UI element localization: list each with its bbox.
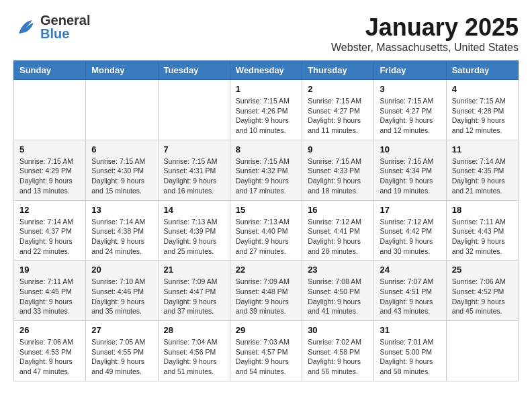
day-number: 6 (91, 144, 152, 154)
day-info: Sunrise: 7:15 AM Sunset: 4:29 PM Dayligh… (19, 156, 80, 196)
calendar-cell (14, 80, 86, 140)
day-info: Sunrise: 7:13 AM Sunset: 4:39 PM Dayligh… (164, 217, 224, 257)
day-info: Sunrise: 7:12 AM Sunset: 4:42 PM Dayligh… (380, 217, 440, 257)
calendar-cell: 9Sunrise: 7:15 AM Sunset: 4:33 PM Daylig… (302, 140, 374, 200)
calendar-cell: 11Sunrise: 7:14 AM Sunset: 4:35 PM Dayli… (446, 140, 518, 200)
title-block: January 2025 Webster, Massachusetts, Uni… (331, 13, 519, 54)
day-number: 10 (380, 144, 440, 154)
day-number: 15 (236, 205, 296, 215)
calendar-cell: 23Sunrise: 7:08 AM Sunset: 4:50 PM Dayli… (302, 261, 374, 321)
calendar-week-4: 19Sunrise: 7:11 AM Sunset: 4:45 PM Dayli… (14, 261, 519, 321)
weekday-header-wednesday: Wednesday (230, 61, 302, 80)
day-info: Sunrise: 7:12 AM Sunset: 4:41 PM Dayligh… (308, 217, 368, 257)
day-info: Sunrise: 7:11 AM Sunset: 4:43 PM Dayligh… (452, 217, 513, 257)
day-info: Sunrise: 7:15 AM Sunset: 4:33 PM Dayligh… (308, 156, 368, 196)
day-number: 22 (236, 265, 296, 275)
calendar-cell (158, 80, 230, 140)
day-number: 11 (452, 144, 513, 154)
logo-icon (13, 15, 38, 39)
day-info: Sunrise: 7:06 AM Sunset: 4:53 PM Dayligh… (19, 337, 80, 377)
day-number: 12 (19, 205, 80, 215)
day-number: 2 (308, 84, 368, 94)
day-info: Sunrise: 7:15 AM Sunset: 4:27 PM Dayligh… (308, 96, 368, 136)
day-info: Sunrise: 7:15 AM Sunset: 4:32 PM Dayligh… (236, 156, 296, 196)
day-number: 20 (91, 265, 152, 275)
logo: General Blue (13, 13, 90, 40)
calendar-cell: 16Sunrise: 7:12 AM Sunset: 4:41 PM Dayli… (302, 200, 374, 261)
calendar-week-1: 1Sunrise: 7:15 AM Sunset: 4:26 PM Daylig… (14, 80, 519, 140)
calendar-cell: 20Sunrise: 7:10 AM Sunset: 4:46 PM Dayli… (86, 261, 158, 321)
calendar-cell: 1Sunrise: 7:15 AM Sunset: 4:26 PM Daylig… (230, 80, 302, 140)
day-info: Sunrise: 7:05 AM Sunset: 4:55 PM Dayligh… (91, 337, 152, 377)
calendar-cell: 3Sunrise: 7:15 AM Sunset: 4:27 PM Daylig… (374, 80, 446, 140)
calendar-table: SundayMondayTuesdayWednesdayThursdayFrid… (13, 60, 519, 381)
logo-blue: Blue (40, 27, 90, 40)
calendar-header: SundayMondayTuesdayWednesdayThursdayFrid… (14, 61, 519, 80)
day-number: 7 (164, 144, 224, 154)
calendar-cell: 29Sunrise: 7:03 AM Sunset: 4:57 PM Dayli… (230, 321, 302, 381)
day-number: 14 (164, 205, 224, 215)
page-header: General Blue January 2025 Webster, Massa… (13, 13, 519, 54)
day-number: 30 (308, 325, 368, 335)
day-info: Sunrise: 7:15 AM Sunset: 4:26 PM Dayligh… (236, 96, 296, 136)
calendar-cell: 7Sunrise: 7:15 AM Sunset: 4:31 PM Daylig… (158, 140, 230, 200)
calendar-cell: 15Sunrise: 7:13 AM Sunset: 4:40 PM Dayli… (230, 200, 302, 261)
day-number: 29 (236, 325, 296, 335)
day-number: 16 (308, 205, 368, 215)
calendar-cell: 14Sunrise: 7:13 AM Sunset: 4:39 PM Dayli… (158, 200, 230, 261)
logo-text: General Blue (40, 13, 90, 40)
logo-general: General (40, 13, 90, 27)
day-info: Sunrise: 7:14 AM Sunset: 4:35 PM Dayligh… (452, 156, 513, 196)
day-number: 24 (380, 265, 440, 275)
weekday-header-row: SundayMondayTuesdayWednesdayThursdayFrid… (14, 61, 519, 80)
day-info: Sunrise: 7:06 AM Sunset: 4:52 PM Dayligh… (452, 277, 513, 316)
day-number: 13 (91, 205, 152, 215)
weekday-header-friday: Friday (374, 61, 446, 80)
calendar-cell: 27Sunrise: 7:05 AM Sunset: 4:55 PM Dayli… (86, 321, 158, 381)
day-info: Sunrise: 7:09 AM Sunset: 4:47 PM Dayligh… (164, 277, 224, 316)
weekday-header-tuesday: Tuesday (158, 61, 230, 80)
day-info: Sunrise: 7:15 AM Sunset: 4:34 PM Dayligh… (380, 156, 440, 196)
calendar-cell: 31Sunrise: 7:01 AM Sunset: 5:00 PM Dayli… (374, 321, 446, 381)
calendar-cell: 2Sunrise: 7:15 AM Sunset: 4:27 PM Daylig… (302, 80, 374, 140)
day-number: 3 (380, 84, 440, 94)
calendar-cell: 17Sunrise: 7:12 AM Sunset: 4:42 PM Dayli… (374, 200, 446, 261)
calendar-cell: 4Sunrise: 7:15 AM Sunset: 4:28 PM Daylig… (446, 80, 518, 140)
weekday-header-sunday: Sunday (14, 61, 86, 80)
day-number: 23 (308, 265, 368, 275)
day-info: Sunrise: 7:15 AM Sunset: 4:27 PM Dayligh… (380, 96, 440, 136)
day-number: 5 (19, 144, 80, 154)
weekday-header-thursday: Thursday (302, 61, 374, 80)
weekday-header-saturday: Saturday (446, 61, 518, 80)
day-number: 8 (236, 144, 296, 154)
day-info: Sunrise: 7:15 AM Sunset: 4:28 PM Dayligh… (452, 96, 513, 136)
calendar-cell: 30Sunrise: 7:02 AM Sunset: 4:58 PM Dayli… (302, 321, 374, 381)
day-info: Sunrise: 7:09 AM Sunset: 4:48 PM Dayligh… (236, 277, 296, 316)
day-info: Sunrise: 7:11 AM Sunset: 4:45 PM Dayligh… (19, 277, 80, 316)
day-number: 31 (380, 325, 440, 335)
calendar-week-3: 12Sunrise: 7:14 AM Sunset: 4:37 PM Dayli… (14, 200, 519, 261)
day-info: Sunrise: 7:13 AM Sunset: 4:40 PM Dayligh… (236, 217, 296, 257)
calendar-cell: 28Sunrise: 7:04 AM Sunset: 4:56 PM Dayli… (158, 321, 230, 381)
day-number: 9 (308, 144, 368, 154)
day-number: 4 (452, 84, 513, 94)
calendar-cell: 21Sunrise: 7:09 AM Sunset: 4:47 PM Dayli… (158, 261, 230, 321)
day-number: 28 (164, 325, 224, 335)
day-number: 17 (380, 205, 440, 215)
calendar-cell: 8Sunrise: 7:15 AM Sunset: 4:32 PM Daylig… (230, 140, 302, 200)
day-number: 1 (236, 84, 296, 94)
calendar-cell: 22Sunrise: 7:09 AM Sunset: 4:48 PM Dayli… (230, 261, 302, 321)
day-number: 21 (164, 265, 224, 275)
location: Webster, Massachusetts, United States (331, 42, 519, 54)
day-info: Sunrise: 7:14 AM Sunset: 4:38 PM Dayligh… (91, 217, 152, 257)
calendar-cell: 25Sunrise: 7:06 AM Sunset: 4:52 PM Dayli… (446, 261, 518, 321)
calendar-cell: 10Sunrise: 7:15 AM Sunset: 4:34 PM Dayli… (374, 140, 446, 200)
day-info: Sunrise: 7:04 AM Sunset: 4:56 PM Dayligh… (164, 337, 224, 377)
day-info: Sunrise: 7:08 AM Sunset: 4:50 PM Dayligh… (308, 277, 368, 316)
day-info: Sunrise: 7:07 AM Sunset: 4:51 PM Dayligh… (380, 277, 440, 316)
day-info: Sunrise: 7:14 AM Sunset: 4:37 PM Dayligh… (19, 217, 80, 257)
day-number: 19 (19, 265, 80, 275)
day-info: Sunrise: 7:02 AM Sunset: 4:58 PM Dayligh… (308, 337, 368, 377)
calendar-week-2: 5Sunrise: 7:15 AM Sunset: 4:29 PM Daylig… (14, 140, 519, 200)
day-number: 26 (19, 325, 80, 335)
